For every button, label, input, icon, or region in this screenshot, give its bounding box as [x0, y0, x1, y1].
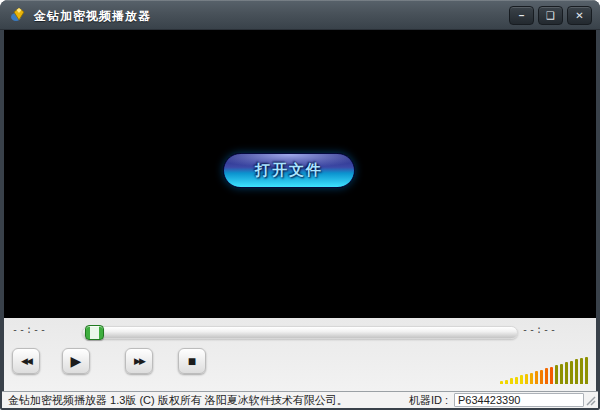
window-title: 金钻加密视频播放器: [34, 8, 151, 25]
volume-bar: [555, 365, 558, 384]
time-elapsed: --:--: [12, 324, 47, 335]
volume-bar: [565, 362, 568, 384]
volume-bar: [550, 367, 553, 384]
time-total: --:--: [522, 324, 557, 335]
resize-grip-icon[interactable]: [585, 395, 596, 406]
volume-bar: [570, 361, 573, 384]
volume-bar: [545, 368, 548, 384]
volume-bar: [510, 378, 513, 384]
transport-panel: --:-- --:-- ◀◀ ▶ ▶▶ ■: [4, 318, 596, 391]
status-bar: 金钻加密视频播放器 1.3版 (C) 版权所有 洛阳夏冰软件技术有限公司。 机器…: [2, 391, 598, 408]
machine-id-field[interactable]: [454, 393, 584, 407]
title-bar[interactable]: 金钻加密视频播放器 – ❑ ✕: [0, 0, 600, 30]
minimize-button[interactable]: –: [509, 6, 534, 25]
rewind-button[interactable]: ◀◀: [12, 348, 40, 374]
maximize-button[interactable]: ❑: [538, 6, 563, 25]
video-canvas: 打开文件: [4, 30, 596, 318]
player-window: 金钻加密视频播放器 – ❑ ✕ 打开文件 --:-- --:-- ◀◀ ▶ ▶▶…: [0, 0, 600, 410]
play-button[interactable]: ▶: [62, 348, 90, 374]
stop-button[interactable]: ■: [178, 348, 206, 374]
volume-bar: [530, 373, 533, 384]
volume-bar: [560, 364, 563, 384]
volume-bar: [525, 374, 528, 384]
volume-meter[interactable]: [500, 356, 592, 384]
volume-bar: [540, 370, 543, 384]
seek-thumb[interactable]: [85, 325, 104, 340]
copyright-text: 金钻加密视频播放器 1.3版 (C) 版权所有 洛阳夏冰软件技术有限公司。: [8, 393, 409, 408]
volume-bar: [535, 371, 538, 384]
volume-bar: [580, 358, 583, 384]
volume-bar: [575, 359, 578, 384]
volume-bar: [515, 377, 518, 384]
machine-id-label: 机器ID :: [409, 393, 448, 408]
app-icon: [10, 7, 26, 23]
close-button[interactable]: ✕: [567, 6, 592, 25]
volume-bar: [585, 357, 588, 384]
seek-slider[interactable]: [82, 326, 518, 339]
volume-bar: [520, 375, 523, 384]
volume-bar: [505, 380, 508, 384]
open-file-button[interactable]: 打开文件: [223, 153, 355, 188]
volume-bar: [500, 381, 503, 384]
fast-forward-button[interactable]: ▶▶: [125, 348, 153, 374]
